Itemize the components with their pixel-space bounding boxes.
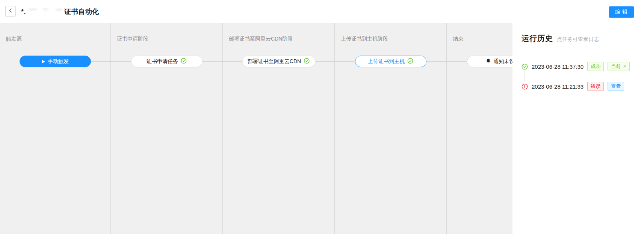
view-log-button[interactable]: 查看 — [608, 82, 624, 91]
status-badge-error: 错误 — [587, 82, 604, 91]
current-tag-label: 当前 — [611, 63, 621, 70]
page-title: *. 证书自动化 — [21, 0, 99, 23]
node-label: 手动触发 — [48, 58, 69, 65]
run-timestamp: 2023-06-28 11:21:33 — [532, 83, 584, 90]
panel-header: 运行历史 点任务可查看日志 — [522, 33, 644, 44]
node-deploy-cdn[interactable]: 部署证书至阿里云CDN — [242, 56, 315, 67]
check-circle-icon — [181, 58, 187, 65]
stage-label: 结束 — [453, 36, 463, 42]
back-button[interactable] — [5, 6, 16, 17]
stage-label: 触发源 — [6, 36, 22, 42]
error-circle-icon — [522, 83, 528, 90]
edit-button[interactable]: 编辑 — [609, 6, 634, 18]
node-label: 上传证书到主机 — [368, 58, 405, 65]
timeline-connector — [525, 71, 525, 82]
run-timestamp: 2023-06-28 11:37:30 — [532, 63, 584, 70]
node-cert-request-task[interactable]: 证书申请任务 — [131, 56, 203, 67]
stage-cert-request: 证书申请阶段 证书申请任务 — [110, 23, 222, 234]
status-badge-success: 成功 — [587, 62, 604, 71]
panel-title: 运行历史 — [522, 33, 553, 44]
top-bar: *. 证书自动化 编辑 — [0, 0, 644, 23]
stage-label: 部署证书至阿里云CDN阶段 — [229, 36, 293, 42]
node-label: 证书申请任务 — [147, 58, 178, 65]
run-row-error[interactable]: 2023-06-28 11:21:33 错误 查看 — [522, 82, 644, 91]
stage-upload-host: 上传证书到主机阶段 上传证书到主机 — [334, 23, 446, 234]
node-manual-trigger[interactable]: 手动触发 — [20, 56, 91, 67]
play-icon — [42, 60, 45, 63]
check-circle-icon — [304, 58, 310, 65]
certificate-automation-page: *. 证书自动化 编辑 触发源 手动触发 证书申请阶段 证书申请任务 — [0, 0, 644, 234]
page-title-suffix: 证书自动化 — [64, 7, 99, 16]
stage-label: 上传证书到主机阶段 — [341, 36, 388, 42]
run-row-success[interactable]: 2023-06-28 11:37:30 成功 当前 × — [522, 62, 644, 71]
status-badge-label: 错误 — [591, 83, 600, 90]
stage-deploy-cdn: 部署证书至阿里云CDN阶段 部署证书至阿里云CDN — [222, 23, 334, 234]
node-upload-host[interactable]: 上传证书到主机 — [355, 56, 426, 67]
chevron-left-icon — [8, 8, 14, 15]
bell-icon — [485, 58, 491, 65]
stage-label: 证书申请阶段 — [117, 36, 148, 42]
status-badge-label: 成功 — [591, 63, 600, 70]
stage-trigger: 触发源 手动触发 — [0, 23, 110, 234]
check-circle-icon — [522, 63, 528, 70]
redacted-domain — [26, 8, 64, 15]
page-title-prefix: *. — [21, 8, 26, 16]
run-list: 2023-06-28 11:37:30 成功 当前 × 2023-06-28 1… — [522, 62, 644, 91]
close-icon[interactable]: × — [623, 63, 626, 70]
run-history-panel: 运行历史 点任务可查看日志 2023-06-28 11:37:30 成功 当前 … — [512, 23, 644, 234]
node-label: 部署证书至阿里云CDN — [248, 58, 301, 65]
panel-hint: 点任务可查看日志 — [557, 36, 599, 43]
current-tag-badge[interactable]: 当前 × — [608, 62, 630, 71]
check-circle-icon — [407, 58, 413, 65]
